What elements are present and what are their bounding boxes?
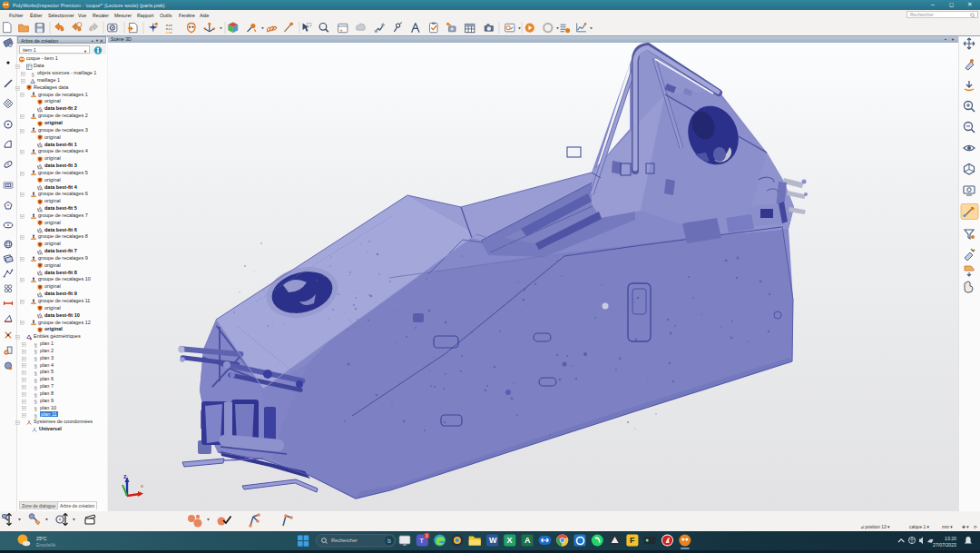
svg-text:§: §: [34, 370, 37, 376]
svg-text:T: T: [419, 537, 424, 545]
svg-text:W: W: [489, 536, 497, 545]
svg-text:§: §: [34, 391, 37, 397]
svg-text:27/07/2023: 27/07/2023: [933, 542, 956, 548]
svg-text:§: §: [34, 356, 37, 361]
svg-text:110: 110: [166, 31, 173, 35]
svg-text:§: §: [34, 349, 37, 354]
svg-text:A: A: [524, 536, 531, 545]
svg-text:§: §: [34, 413, 37, 419]
svg-text:§: §: [34, 384, 37, 390]
svg-text:X: X: [507, 536, 513, 545]
svg-text:§: §: [34, 378, 37, 383]
svg-text:b: b: [387, 538, 391, 544]
svg-text:x: x: [141, 483, 143, 489]
svg-text:13:20: 13:20: [945, 536, 956, 541]
svg-text:§: §: [34, 363, 37, 369]
svg-text:Rechercher: Rechercher: [331, 538, 358, 543]
svg-text:+: +: [339, 27, 343, 33]
svg-text:§: §: [34, 341, 37, 347]
svg-text:§: §: [32, 72, 34, 77]
svg-text:§: §: [34, 399, 37, 404]
svg-text:3: 3: [426, 533, 428, 538]
svg-text:25°C: 25°C: [36, 536, 47, 541]
svg-text:F: F: [630, 536, 635, 545]
svg-text:Ensoleillé: Ensoleillé: [36, 542, 56, 548]
svg-text:§: §: [34, 406, 37, 411]
